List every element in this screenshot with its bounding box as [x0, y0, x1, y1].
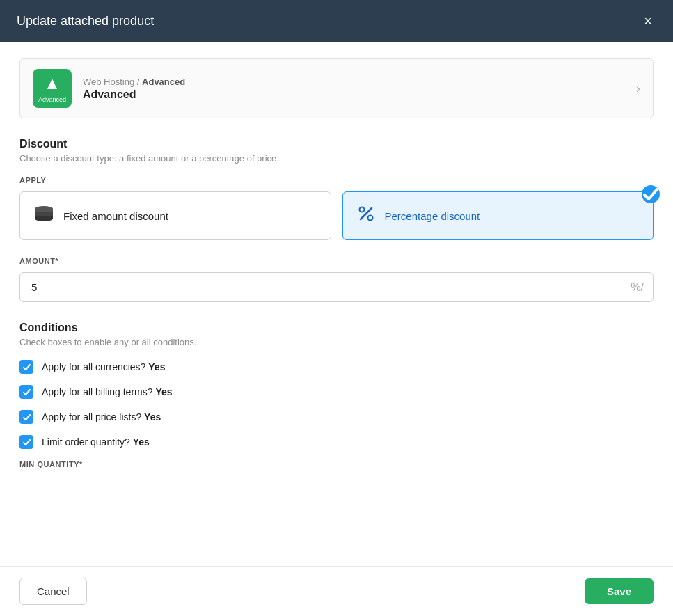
svg-line-3: [361, 208, 372, 219]
checkbox-limit-qty[interactable]: [19, 435, 33, 449]
modal-container: Update attached product × Advanced Web H…: [0, 0, 673, 616]
chevron-right-icon: ›: [636, 81, 640, 96]
close-button[interactable]: ×: [640, 13, 656, 29]
product-breadcrumb: Web Hosting / Advanced: [83, 77, 185, 87]
product-logo-icon: [42, 74, 63, 95]
amount-suffix-icon: %/: [631, 281, 644, 294]
product-text: Web Hosting / Advanced Advanced: [83, 77, 185, 101]
condition-label-0: Apply for all currencies? Yes: [42, 361, 165, 372]
condition-row-2: Apply for all price lists? Yes: [19, 410, 654, 424]
conditions-section: Conditions Check boxes to enable any or …: [19, 322, 654, 468]
checkbox-pricelists[interactable]: [19, 410, 33, 424]
close-icon: ×: [644, 13, 652, 29]
modal-header: Update attached product ×: [0, 0, 673, 42]
checkbox-currencies[interactable]: [19, 360, 33, 374]
discount-options: Fixed amount discount: [19, 191, 654, 240]
modal-title: Update attached product: [17, 14, 154, 29]
condition-row-3: Limit order quantity? Yes: [19, 435, 654, 449]
condition-label-1: Apply for all billing terms? Yes: [42, 386, 173, 397]
conditions-desc: Check boxes to enable any or all conditi…: [19, 337, 654, 347]
modal-body: Advanced Web Hosting / Advanced Advanced…: [0, 42, 673, 566]
product-info: Advanced Web Hosting / Advanced Advanced: [33, 69, 185, 108]
product-name: Advanced: [83, 88, 185, 101]
selected-check-badge: [642, 185, 660, 203]
save-button[interactable]: Save: [585, 578, 654, 604]
amount-input-wrap: %/: [19, 272, 654, 302]
product-logo-label: Advanced: [38, 96, 66, 103]
product-selector[interactable]: Advanced Web Hosting / Advanced Advanced…: [19, 58, 654, 118]
svg-point-5: [367, 216, 372, 221]
percentage-option[interactable]: Percentage discount: [342, 191, 654, 240]
checkbox-billing[interactable]: [19, 385, 33, 399]
percentage-icon: [357, 205, 375, 227]
discount-title: Discount: [19, 138, 654, 150]
condition-label-2: Apply for all price lists? Yes: [42, 411, 161, 422]
amount-label: AMOUNT*: [19, 257, 654, 265]
percentage-label: Percentage discount: [385, 210, 480, 222]
amount-field: AMOUNT* %/: [19, 257, 654, 302]
min-qty-label: MIN QUANTITY*: [19, 460, 654, 468]
product-logo: Advanced: [33, 69, 72, 108]
cancel-button[interactable]: Cancel: [19, 578, 87, 605]
apply-label: APPLY: [19, 176, 654, 184]
condition-row-1: Apply for all billing terms? Yes: [19, 385, 654, 399]
amount-input[interactable]: [19, 272, 654, 302]
fixed-amount-option[interactable]: Fixed amount discount: [19, 191, 331, 240]
conditions-title: Conditions: [19, 322, 654, 334]
condition-label-3: Limit order quantity? Yes: [42, 436, 150, 448]
discount-section: Discount Choose a discount type: a fixed…: [19, 138, 654, 240]
fixed-icon: [34, 206, 54, 226]
discount-desc: Choose a discount type: a fixed amount o…: [19, 153, 654, 164]
fixed-amount-label: Fixed amount discount: [63, 210, 168, 222]
modal-footer: Cancel Save: [0, 566, 673, 616]
condition-row-0: Apply for all currencies? Yes: [19, 360, 654, 374]
svg-point-4: [359, 207, 364, 212]
